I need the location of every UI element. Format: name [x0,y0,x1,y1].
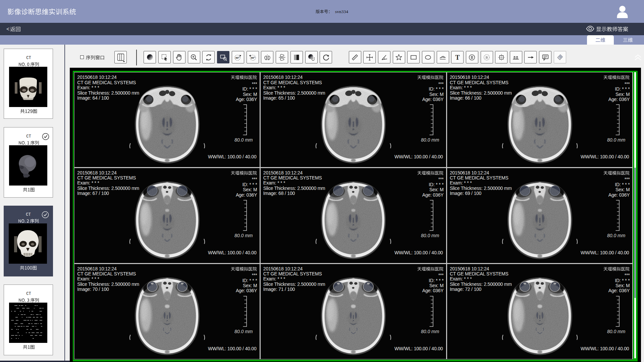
svg-text:90°: 90° [235,56,239,59]
svg-text:90°: 90° [251,56,255,59]
svg-text:T: T [455,54,460,61]
